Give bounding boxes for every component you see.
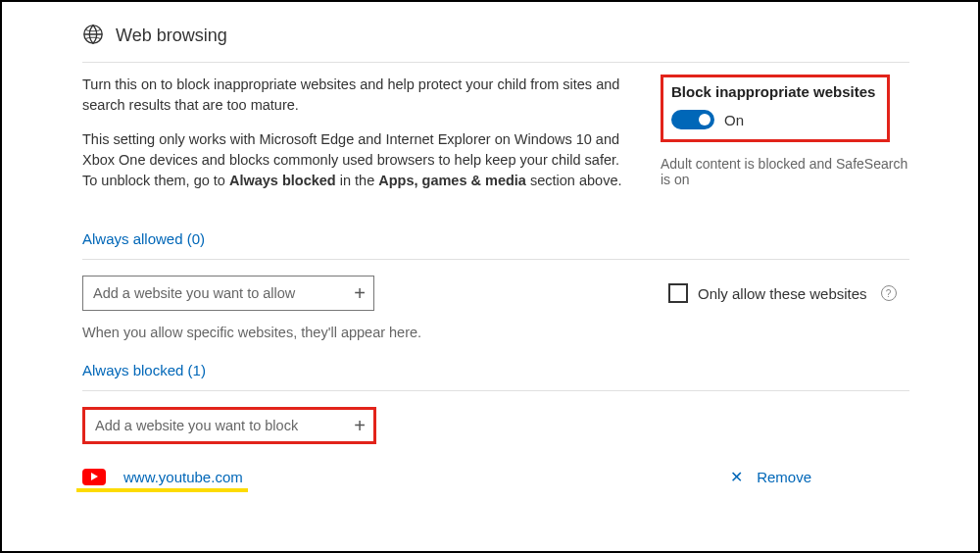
divider [82,259,909,260]
allow-input-container[interactable]: + [82,276,374,311]
close-icon: ✕ [730,468,743,486]
block-status-text: Adult content is blocked and SafeSearch … [661,156,909,187]
only-allow-label: Only allow these websites [698,285,867,302]
plus-icon[interactable]: + [354,415,366,437]
allow-website-input[interactable] [93,285,328,301]
allow-hint: When you allow specific websites, they'l… [82,325,909,340]
block-title: Block inappropriate websites [671,83,875,100]
globe-icon [82,24,104,48]
divider [82,390,909,391]
description-1: Turn this on to block inappropriate webs… [82,75,631,116]
plus-icon[interactable]: + [354,282,366,305]
remove-label: Remove [757,469,811,485]
remove-button[interactable]: ✕ Remove [730,468,811,486]
blocked-site-link[interactable]: www.youtube.com [123,469,243,485]
youtube-icon [82,469,106,485]
block-input-container[interactable]: + [82,407,376,444]
blocked-site-row: www.youtube.com ✕ Remove [82,468,909,486]
only-allow-checkbox[interactable] [668,283,688,303]
block-toggle[interactable] [671,110,714,129]
page-title: Web browsing [116,25,227,46]
block-website-input[interactable] [95,418,330,433]
toggle-state-label: On [724,112,744,128]
description-2: This setting only works with Microsoft E… [82,129,631,191]
help-icon[interactable]: ? [881,285,897,301]
highlight-box-toggle: Block inappropriate websites On [661,75,890,142]
section-header: Web browsing [82,24,909,48]
always-blocked-link[interactable]: Always blocked (1) [82,362,909,378]
always-allowed-link[interactable]: Always allowed (0) [82,230,909,247]
highlight-underline [76,488,248,492]
